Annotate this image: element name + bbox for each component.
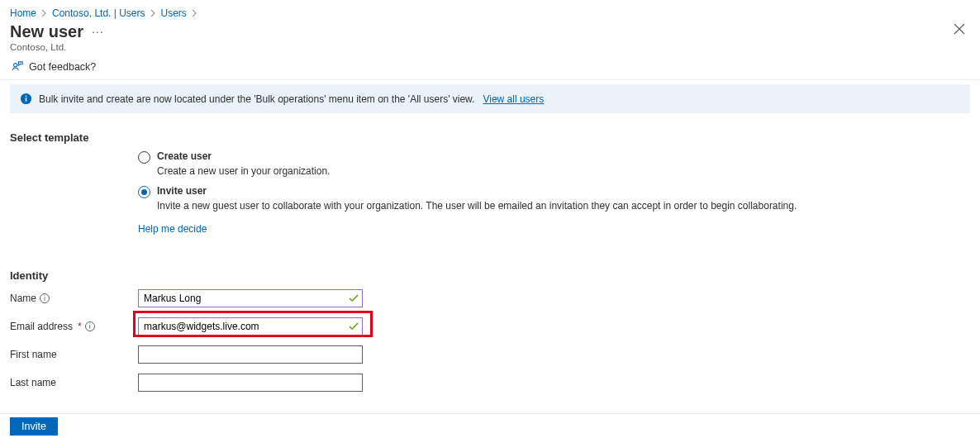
info-icon (20, 93, 32, 105)
page-title: New user (10, 22, 83, 41)
radio-create-user-desc: Create a new user in your organization. (157, 165, 970, 177)
breadcrumb-users[interactable]: Users (161, 7, 187, 19)
last-name-label: Last name (10, 377, 56, 388)
footer-bar: Invite (0, 413, 980, 438)
select-template-heading: Select template (10, 131, 970, 144)
email-input[interactable] (138, 317, 363, 336)
check-icon (349, 321, 359, 333)
chevron-right-icon (41, 9, 47, 17)
chevron-right-icon (150, 9, 156, 17)
radio-invite-user-label[interactable]: Invite user (157, 185, 207, 197)
info-banner: Bulk invite and create are now located u… (10, 84, 970, 113)
first-name-label: First name (10, 349, 57, 360)
check-icon (349, 293, 359, 305)
view-all-users-link[interactable]: View all users (483, 93, 544, 105)
page-subtitle: Contoso, Ltd. (0, 42, 980, 52)
last-name-input[interactable] (138, 374, 363, 392)
invite-button[interactable]: Invite (10, 417, 58, 436)
required-indicator: * (78, 321, 82, 332)
email-info-icon[interactable]: i (85, 321, 95, 331)
email-label: Email address (10, 321, 73, 332)
radio-invite-user-desc: Invite a new guest user to collaborate w… (157, 200, 970, 212)
svg-rect-2 (26, 98, 27, 102)
name-label: Name (10, 293, 36, 304)
svg-point-0 (14, 64, 17, 67)
identity-heading: Identity (10, 269, 970, 282)
breadcrumb-home[interactable]: Home (10, 7, 36, 19)
more-actions-button[interactable]: ··· (92, 25, 104, 38)
radio-create-user[interactable] (138, 151, 150, 164)
chevron-right-icon (192, 9, 197, 17)
svg-rect-3 (26, 96, 27, 98)
content-scroll-area[interactable]: Bulk invite and create are now located u… (0, 68, 980, 415)
close-button[interactable] (954, 23, 965, 37)
first-name-input[interactable] (138, 345, 363, 364)
close-icon (954, 23, 965, 35)
radio-invite-user[interactable] (138, 186, 150, 198)
help-me-decide-link[interactable]: Help me decide (138, 223, 207, 235)
name-input[interactable] (138, 289, 363, 307)
breadcrumb: Home Contoso, Ltd. | Users Users (0, 0, 980, 21)
breadcrumb-org-users[interactable]: Contoso, Ltd. | Users (52, 7, 145, 19)
name-info-icon[interactable]: i (40, 293, 50, 303)
radio-create-user-label[interactable]: Create user (157, 150, 212, 162)
info-banner-text: Bulk invite and create are now located u… (39, 93, 474, 105)
